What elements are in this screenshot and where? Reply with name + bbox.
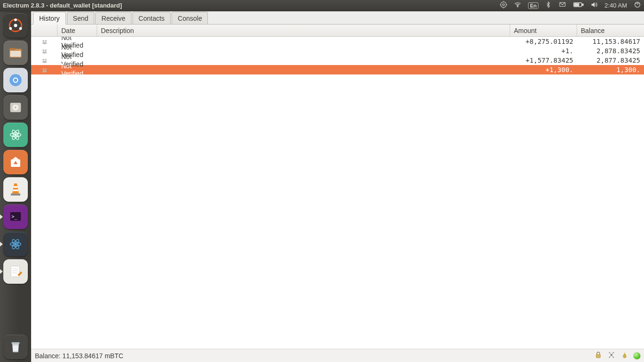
tx-description [97, 65, 510, 74]
settings-gear-icon[interactable] [500, 1, 507, 10]
svg-text:>_: >_ [12, 214, 17, 220]
svg-point-53 [45, 49, 47, 51]
tx-description [97, 46, 510, 56]
svg-rect-60 [42, 70, 47, 72]
svg-point-16 [14, 24, 17, 27]
launcher-vlc[interactable] [3, 177, 28, 202]
svg-rect-61 [596, 354, 601, 358]
os-menu-bar: Electrum 2.8.3 - default_wallet [standar… [0, 0, 644, 11]
transaction-row[interactable]: Not Verified+1,577.834252,877.83425 [31, 56, 644, 65]
launcher-software[interactable] [3, 150, 28, 174]
transaction-row[interactable]: Not Verified+1.2,878.83425 [31, 46, 644, 56]
svg-point-59 [45, 68, 47, 70]
svg-point-49 [42, 40, 44, 41]
svg-rect-36 [11, 194, 20, 196]
lock-icon[interactable] [594, 351, 603, 361]
launcher-atom-green[interactable] [3, 123, 28, 147]
svg-point-32 [15, 134, 17, 136]
battery-icon[interactable] [573, 2, 584, 9]
svg-rect-48 [13, 346, 18, 351]
tx-status-icon [31, 37, 58, 46]
launcher-terminal[interactable]: >_ [3, 205, 28, 229]
window-title: Electrum 2.8.3 - default_wallet [standar… [3, 2, 122, 9]
launcher-trash[interactable] [3, 335, 28, 359]
seed-icon[interactable] [620, 351, 629, 361]
svg-point-62 [611, 354, 612, 356]
tx-amount: +1,577.83425 [510, 56, 577, 65]
svg-rect-35 [13, 189, 18, 191]
column-header-balance[interactable]: Balance [577, 25, 644, 36]
launcher-disks[interactable] [3, 95, 28, 120]
status-bar: Balance: 11,153.84617 mBTC [31, 349, 644, 362]
tx-balance: 2,878.83425 [577, 46, 644, 56]
network-status-led[interactable] [634, 353, 640, 359]
launcher-chromium[interactable] [3, 68, 28, 92]
tab-send[interactable]: Send [67, 12, 95, 24]
tx-description [97, 56, 510, 65]
history-column-headers: Date Description Amount Balance [31, 25, 644, 37]
mail-icon[interactable] [558, 1, 567, 9]
bluetooth-icon[interactable] [545, 1, 552, 9]
launcher-dash[interactable] [3, 13, 28, 38]
balance-text: Balance: 11,153.84617 mBTC [35, 352, 124, 360]
svg-line-14 [638, 3, 639, 4]
svg-rect-22 [10, 51, 21, 57]
tx-amount: +8,275.01192 [510, 37, 577, 46]
column-header-amount[interactable]: Amount [510, 25, 577, 36]
tx-date: Not Verified [58, 65, 97, 74]
svg-point-58 [42, 68, 44, 70]
launcher-atom-blue[interactable] [3, 232, 28, 256]
power-icon[interactable] [634, 1, 641, 10]
transaction-row[interactable]: Not Verified+1,300.1,300. [31, 65, 644, 74]
electrum-window: HistorySendReceiveContactsConsole Date D… [31, 11, 644, 362]
svg-rect-10 [575, 3, 579, 6]
tx-balance: 2,877.83425 [577, 56, 644, 65]
svg-point-56 [45, 58, 47, 60]
svg-line-13 [636, 3, 636, 4]
wifi-icon[interactable] [514, 1, 521, 10]
svg-point-0 [503, 4, 504, 6]
tx-amount: +1. [510, 46, 577, 56]
svg-point-25 [14, 78, 17, 82]
tx-status-icon [31, 56, 58, 65]
column-header-date[interactable]: Date [58, 25, 97, 36]
tx-status-icon [31, 65, 58, 74]
system-indicators: En 2:40 AM [500, 1, 641, 10]
tab-history[interactable]: History [33, 12, 66, 25]
transaction-row[interactable]: Not Verified+8,275.0119211,153.84617 [31, 37, 644, 46]
tab-console[interactable]: Console [172, 12, 208, 24]
svg-rect-47 [12, 342, 20, 344]
svg-rect-54 [42, 51, 47, 53]
svg-point-1 [501, 2, 506, 8]
tx-amount: +1,300. [510, 65, 577, 74]
launcher-gedit[interactable] [3, 259, 28, 284]
tab-bar: HistorySendReceiveContactsConsole [31, 11, 644, 25]
svg-point-52 [42, 49, 44, 51]
svg-point-28 [15, 107, 17, 108]
tab-receive[interactable]: Receive [95, 12, 132, 24]
column-header-icon[interactable] [31, 25, 58, 36]
tx-balance: 11,153.84617 [577, 37, 644, 46]
transaction-list: Not Verified+8,275.0119211,153.84617Not … [31, 37, 644, 349]
svg-rect-9 [582, 4, 584, 5]
preferences-icon[interactable] [607, 351, 616, 361]
svg-point-6 [517, 6, 518, 7]
svg-rect-34 [14, 186, 18, 188]
svg-point-50 [45, 40, 47, 41]
tx-balance: 1,300. [577, 65, 644, 74]
svg-point-19 [19, 27, 22, 30]
svg-point-17 [14, 18, 17, 21]
svg-point-55 [42, 58, 44, 60]
column-header-description[interactable]: Description [97, 25, 510, 36]
unity-launcher: >_ [0, 11, 31, 362]
svg-rect-21 [9, 48, 15, 50]
sound-icon[interactable] [590, 1, 598, 10]
svg-rect-57 [42, 61, 47, 63]
clock[interactable]: 2:40 AM [604, 2, 627, 9]
keyboard-language-indicator[interactable]: En [528, 2, 538, 9]
svg-point-18 [9, 27, 12, 30]
launcher-files[interactable] [3, 41, 28, 65]
tab-contacts[interactable]: Contacts [132, 12, 171, 24]
tx-description [97, 37, 510, 46]
tx-status-icon [31, 46, 58, 56]
